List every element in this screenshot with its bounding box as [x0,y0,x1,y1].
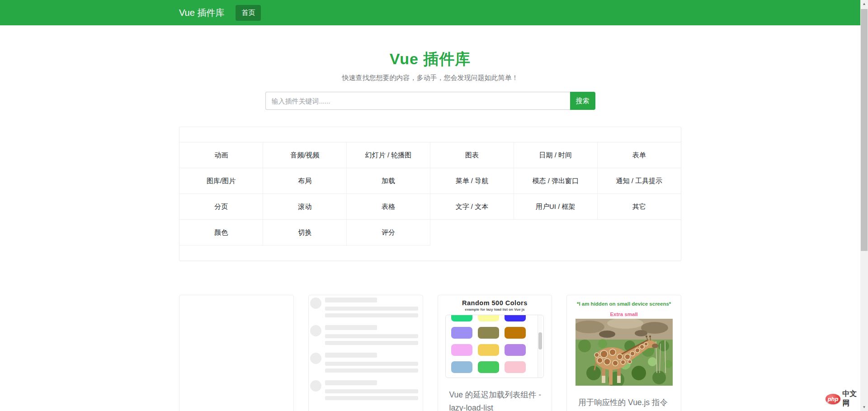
category-cell[interactable]: 加载 [347,168,430,194]
colors-preview: Random 500 Colors example for lazy load … [438,295,552,378]
search-input[interactable] [265,92,570,110]
plugin-card-skeleton[interactable]: Vue.js 的自适应骨架加载组件 - ue-loading-skeleton [308,295,423,411]
color-swatch [505,327,526,339]
preview-scrollbar[interactable] [538,315,542,378]
skeleton-preview [309,295,423,403]
category-row: 动画音频/视频幻灯片 / 轮播图图表日期 / 时间表单 [179,142,681,168]
category-panel: 动画音频/视频幻灯片 / 轮播图图表日期 / 时间表单图库/图片布局加载菜单 /… [179,127,681,261]
category-table: 动画音频/视频幻灯片 / 轮播图图表日期 / 时间表单图库/图片布局加载菜单 /… [179,142,681,246]
category-row: 颜色切换评分 [179,220,681,246]
category-cell[interactable]: 图表 [430,142,514,168]
category-cell[interactable]: 幻灯片 / 轮播图 [347,142,430,168]
scroll-up-icon[interactable]: ▲ [860,0,868,8]
plugin-card-responsive[interactable]: *I am hidden on small device screens* Ex… [566,295,681,411]
color-swatch [505,315,526,321]
responsive-preview: *I am hidden on small device screens* Ex… [567,295,681,386]
category-cell[interactable]: 切换 [263,220,347,246]
category-cell[interactable]: 日期 / 时间 [514,142,597,168]
php-logo-icon: php [826,394,840,404]
category-cell-empty [514,220,597,246]
category-cell[interactable]: 其它 [597,194,681,220]
color-swatch [478,344,499,356]
page-scrollbar[interactable]: ▲ ▼ [860,0,868,411]
scrollbar-thumb[interactable] [861,9,868,251]
color-swatch [505,361,526,373]
category-cell-empty [430,220,514,246]
category-cell[interactable]: 颜色 [179,220,263,246]
responsive-caption: *I am hidden on small device screens* [567,301,681,307]
giraffe-image [576,319,673,386]
nav-home-button[interactable]: 首页 [236,5,261,21]
color-swatch [478,315,499,321]
brand-link[interactable]: Vue 插件库 [179,7,224,19]
color-swatch [451,327,472,339]
search-bar: 搜索 [265,92,595,110]
hero-section: Vue 插件库 快速查找您想要的内容，多动手，您会发现问题如此简单！ 搜索 [0,49,860,110]
color-swatch [451,315,472,321]
category-cell[interactable]: 通知 / 工具提示 [597,168,681,194]
search-button[interactable]: 搜索 [570,92,595,110]
category-cell[interactable]: 表单 [597,142,681,168]
scroll-down-icon[interactable]: ▼ [860,403,868,411]
preview-scrollbar-thumb[interactable] [538,332,542,350]
plugin-title[interactable]: 用于响应性的 Vue.js 指令 – Vue-Responsive [578,396,671,411]
skeleton-avatar [310,380,321,392]
plugin-card-blank[interactable] [179,295,294,411]
page-subtitle: 快速查找您想要的内容，多动手，您会发现问题如此简单！ [0,74,860,82]
category-cell-empty [597,220,681,246]
category-cell[interactable]: 用户UI / 框架 [514,194,597,220]
colors-preview-heading: Random 500 Colors [438,299,552,307]
category-cell[interactable]: 文字 / 文本 [430,194,514,220]
php-cn-watermark: php 中文网 [826,389,860,408]
category-cell[interactable]: 滚动 [263,194,347,220]
page-title: Vue 插件库 [0,49,860,70]
colors-scroll-area [445,315,544,378]
category-row: 图库/图片布局加载菜单 / 导航模态 / 弹出窗口通知 / 工具提示 [179,168,681,194]
category-cell[interactable]: 评分 [347,220,430,246]
color-swatch [451,344,472,356]
php-cn-label: 中文网 [842,389,860,408]
responsive-size-label: Extra small [567,312,681,317]
category-cell[interactable]: 分页 [179,194,263,220]
category-cell[interactable]: 图库/图片 [179,168,263,194]
category-cell[interactable]: 模态 / 弹出窗口 [514,168,597,194]
category-cell[interactable]: 表格 [347,194,430,220]
color-swatch [478,361,499,373]
plugin-cards: Vue.js 的自适应骨架加载组件 - ue-loading-skeleton … [179,295,681,411]
category-cell[interactable]: 菜单 / 导航 [430,168,514,194]
color-swatch [451,361,472,373]
plugin-card-colors[interactable]: Random 500 Colors example for lazy load … [438,295,552,411]
plugin-title[interactable]: Vue 的延迟加载列表组件 - lazy-load-list [449,388,542,411]
skeleton-avatar [310,353,321,364]
category-cell[interactable]: 音频/视频 [263,142,347,168]
color-swatch [478,327,499,339]
page: Vue 插件库 首页 Vue 插件库 快速查找您想要的内容，多动手，您会发现问题… [0,0,860,411]
skeleton-avatar [310,325,321,336]
category-cell[interactable]: 布局 [263,168,347,194]
category-cell[interactable]: 动画 [179,142,263,168]
navbar: Vue 插件库 首页 [0,0,860,25]
color-swatch [505,344,526,356]
colors-preview-subheading: example for lazy load list on Vue js [438,307,552,312]
skeleton-avatar [310,298,321,309]
category-row: 分页滚动表格文字 / 文本用户UI / 框架其它 [179,194,681,220]
